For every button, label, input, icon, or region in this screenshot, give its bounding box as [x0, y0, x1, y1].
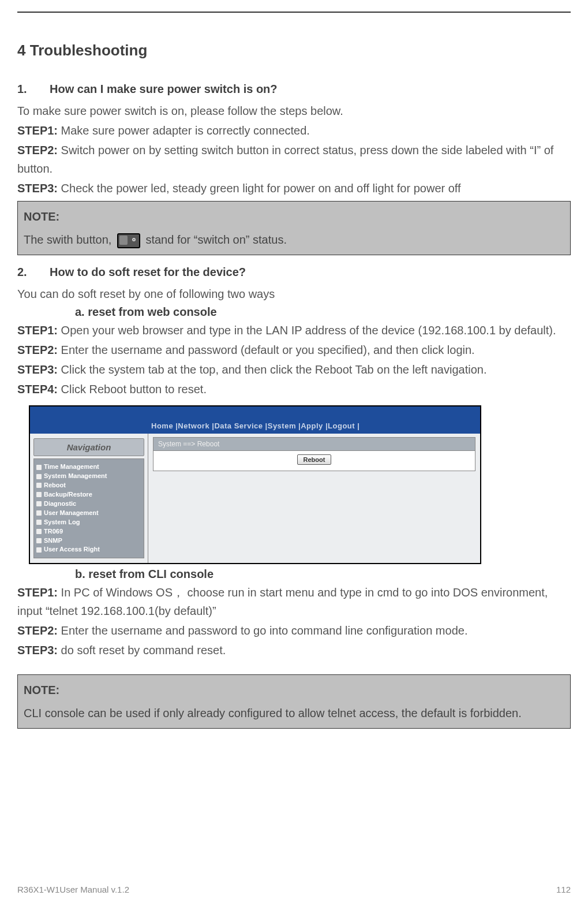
section-heading: 4 Troubleshooting [17, 42, 571, 59]
sub-heading-a: a. reset from web console [75, 305, 571, 319]
ss-nav-item: TR069 [36, 527, 141, 536]
ss-nav-title: Navigation [33, 438, 144, 456]
ss-nav-item: User Access Right [36, 545, 141, 554]
ss-nav-item: Diagnostic [36, 499, 141, 509]
question-2-heading: 2.How to do soft reset for the device? [17, 266, 571, 279]
question-1-heading: 1.How can I make sure power switch is on… [17, 83, 571, 96]
q1-step3: STEP3: Check the power led, steady green… [17, 179, 571, 197]
web-console-screenshot: Home |Network |Data Service |System |App… [29, 405, 481, 564]
q1-step2: STEP2: Switch power on by setting switch… [17, 141, 571, 178]
q1-intro: To make sure power switch is on, please … [17, 102, 571, 120]
ss-nav-item: Backup/Restore [36, 490, 141, 499]
q2a-step1: STEP1: Open your web browser and type in… [17, 321, 571, 340]
q1-step1: STEP1: Make sure power adapter is correc… [17, 121, 571, 140]
q2b-step2: STEP2: Enter the username and password t… [17, 621, 571, 640]
ss-nav-item: User Management [36, 509, 141, 518]
q2b-step3: STEP3: do soft reset by command reset. [17, 641, 571, 659]
ss-breadcrumb: System ==> Reboot [153, 437, 475, 451]
ss-reboot-button: Reboot [297, 454, 332, 465]
sub-heading-b: b. reset from CLI console [75, 568, 571, 581]
note-box-2: NOTE: CLI console can be used if only al… [17, 674, 571, 729]
switch-icon [117, 233, 140, 248]
q2a-step4: STEP4: Click Reboot button to reset. [17, 380, 571, 398]
q2b-step1: STEP1: In PC of Windows OS， choose run i… [17, 583, 571, 620]
page-number: 112 [556, 885, 571, 894]
note-box-1: NOTE: The swith button, stand for “switc… [17, 201, 571, 255]
q2-intro: You can do soft reset by one of followin… [17, 285, 571, 303]
ss-nav-item: SNMP [36, 536, 141, 546]
ss-menu-bar: Home |Network |Data Service |System |App… [30, 418, 480, 434]
q2a-step3: STEP3: Click the system tab at the top, … [17, 360, 571, 379]
footer-left: R36X1-W1User Manual v.1.2 [17, 885, 129, 894]
q2a-step2: STEP2: Enter the username and password (… [17, 341, 571, 359]
ss-nav-item: Time Management [36, 462, 141, 472]
ss-nav-item: System Management [36, 472, 141, 481]
ss-nav-item: System Log [36, 518, 141, 527]
ss-nav-item: Reboot [36, 481, 141, 490]
